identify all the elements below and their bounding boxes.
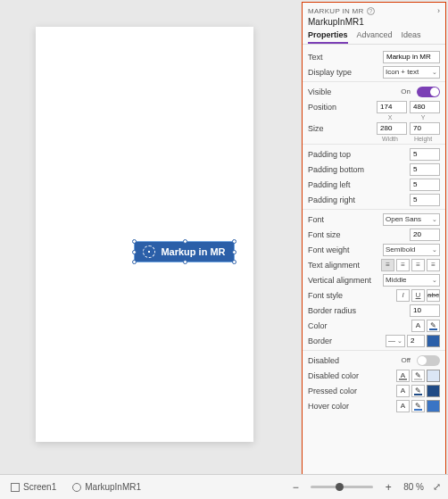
padleft-input[interactable] bbox=[410, 179, 440, 191]
text-color-icon[interactable]: A bbox=[396, 385, 410, 397]
breadcrumb-selected[interactable]: MarkupInMR1 bbox=[69, 482, 145, 492]
displaytype-label: Display type bbox=[308, 68, 379, 77]
fontweight-label: Font weight bbox=[308, 245, 379, 254]
chevron-down-icon: ⌄ bbox=[432, 277, 437, 284]
chevron-down-icon: ⌄ bbox=[432, 69, 437, 76]
visible-state: On bbox=[401, 87, 411, 96]
tab-properties[interactable]: Properties bbox=[308, 29, 348, 44]
text-input[interactable] bbox=[383, 51, 440, 63]
padbot-input[interactable] bbox=[410, 163, 440, 176]
color-label: Color bbox=[308, 321, 408, 330]
panel-header-title: MARKUP IN MR bbox=[308, 7, 364, 15]
fontstyle-label: Font style bbox=[308, 291, 393, 300]
textalign-label: Text alignment bbox=[308, 261, 377, 270]
artboard[interactable]: Markup in MR bbox=[36, 27, 253, 442]
zoom-out-button[interactable]: − bbox=[289, 481, 302, 494]
displaytype-select[interactable]: Icon + text⌄ bbox=[383, 66, 440, 79]
fontweight-select[interactable]: Semibold⌄ bbox=[383, 244, 440, 256]
italic-icon[interactable]: I bbox=[396, 289, 410, 302]
tab-ideas[interactable]: Ideas bbox=[402, 29, 421, 44]
fontsize-label: Font size bbox=[308, 230, 406, 239]
properties-panel: MARKUP IN MR ? › MarkupInMR1 Properties … bbox=[302, 2, 446, 497]
strike-icon[interactable]: abc bbox=[427, 289, 440, 302]
text-color-icon[interactable]: A bbox=[396, 370, 410, 382]
component-label: Markup in MR bbox=[161, 246, 225, 257]
underline-icon[interactable]: U bbox=[411, 289, 425, 302]
text-color-icon[interactable]: A bbox=[396, 400, 410, 412]
statusbar: Screen1 MarkupInMR1 − + 80 % ⤢ bbox=[0, 474, 448, 499]
size-h-input[interactable] bbox=[410, 122, 440, 135]
padleft-label: Padding left bbox=[308, 180, 406, 189]
visible-toggle[interactable] bbox=[417, 87, 440, 97]
padright-input[interactable] bbox=[410, 194, 440, 206]
font-select[interactable]: Open Sans⌄ bbox=[383, 213, 440, 226]
border-label: Border bbox=[308, 337, 382, 345]
position-y-input[interactable] bbox=[410, 101, 440, 113]
disabled-label: Disabled bbox=[308, 356, 397, 365]
position-label: Position bbox=[308, 103, 373, 112]
vertalign-label: Vertical alignment bbox=[308, 276, 379, 285]
property-tabs: Properties Advanced Ideas bbox=[303, 29, 445, 45]
color-swatch[interactable] bbox=[427, 400, 440, 412]
fill-color-icon[interactable]: ✎ bbox=[411, 400, 425, 412]
chevron-down-icon: ⌄ bbox=[432, 216, 437, 223]
vertalign-select[interactable]: Middle⌄ bbox=[383, 274, 440, 287]
canvas-area: Markup in MR bbox=[0, 0, 300, 473]
padtop-input[interactable] bbox=[410, 148, 440, 161]
markup-in-mr-component[interactable]: Markup in MR bbox=[134, 241, 235, 262]
disabledcolor-label: Disabled color bbox=[308, 371, 393, 380]
resize-handle[interactable] bbox=[183, 239, 187, 244]
color-swatch[interactable] bbox=[427, 370, 440, 382]
collapse-icon[interactable]: › bbox=[437, 6, 440, 15]
disabled-state: Off bbox=[401, 356, 411, 364]
text-color-icon[interactable]: A bbox=[411, 320, 425, 332]
borderradius-label: Border radius bbox=[308, 306, 406, 315]
screen-icon bbox=[11, 483, 20, 492]
border-color-swatch[interactable] bbox=[427, 335, 440, 347]
border-style-select[interactable]: —⌄ bbox=[386, 335, 405, 347]
align-right-icon[interactable]: ≡ bbox=[411, 259, 425, 271]
resize-handle[interactable] bbox=[232, 260, 236, 264]
resize-handle[interactable] bbox=[132, 260, 137, 264]
fill-color-icon[interactable]: ✎ bbox=[411, 370, 425, 382]
zoom-slider[interactable] bbox=[311, 486, 373, 488]
fill-color-icon[interactable]: ✎ bbox=[411, 385, 425, 397]
chevron-down-icon: ⌄ bbox=[432, 246, 437, 254]
border-width-input[interactable] bbox=[407, 335, 425, 347]
padbot-label: Padding bottom bbox=[308, 165, 406, 174]
fontsize-input[interactable] bbox=[410, 229, 440, 241]
breadcrumb-screen[interactable]: Screen1 bbox=[7, 482, 60, 492]
borderradius-input[interactable] bbox=[410, 304, 440, 317]
disabled-toggle[interactable] bbox=[417, 355, 440, 366]
zoom-in-button[interactable]: + bbox=[382, 481, 394, 494]
help-icon[interactable]: ? bbox=[367, 7, 375, 15]
font-label: Font bbox=[308, 215, 379, 224]
position-x-input[interactable] bbox=[377, 101, 407, 113]
padright-label: Padding right bbox=[308, 195, 406, 204]
resize-handle[interactable] bbox=[232, 250, 236, 254]
text-label: Text bbox=[308, 53, 379, 62]
padtop-label: Padding top bbox=[308, 150, 406, 159]
align-center-icon[interactable]: ≡ bbox=[396, 259, 410, 271]
tab-advanced[interactable]: Advanced bbox=[357, 29, 393, 44]
resize-handle[interactable] bbox=[132, 250, 137, 254]
align-left-icon[interactable]: ≡ bbox=[381, 259, 394, 271]
zoom-value: 80 % bbox=[403, 482, 424, 492]
hovercolor-label: Hover color bbox=[308, 402, 393, 411]
align-justify-icon[interactable]: ≡ bbox=[427, 259, 440, 271]
color-swatch[interactable] bbox=[427, 385, 440, 397]
component-icon bbox=[72, 483, 81, 492]
mr-icon bbox=[143, 245, 155, 258]
resize-handle[interactable] bbox=[132, 239, 137, 244]
fill-color-icon[interactable]: ✎ bbox=[427, 320, 440, 332]
size-label: Size bbox=[308, 124, 373, 133]
object-name: MarkupInMR1 bbox=[303, 17, 445, 29]
fit-to-screen-icon[interactable]: ⤢ bbox=[433, 481, 441, 493]
resize-handle[interactable] bbox=[232, 239, 236, 244]
size-w-input[interactable] bbox=[377, 122, 407, 135]
visible-label: Visible bbox=[308, 87, 397, 96]
pressedcolor-label: Pressed color bbox=[308, 387, 393, 395]
resize-handle[interactable] bbox=[183, 260, 187, 264]
